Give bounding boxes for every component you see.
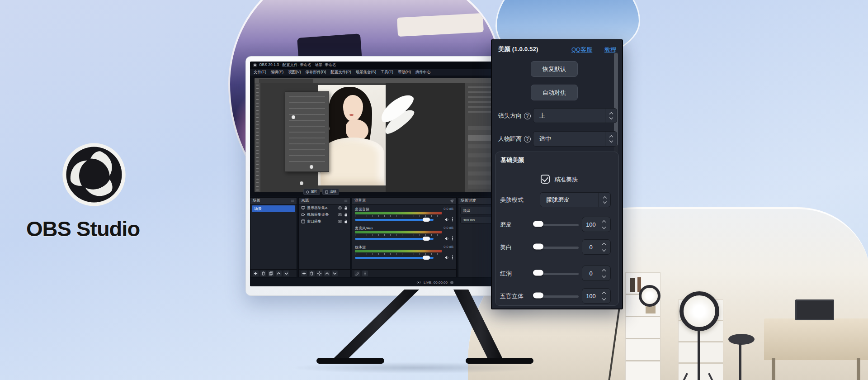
- source-row[interactable]: 视频采集设备: [299, 211, 350, 218]
- menu-edit[interactable]: 编辑(E): [271, 70, 283, 75]
- dock-menu-icon[interactable]: [291, 199, 294, 203]
- db-value: 0.0 dB: [443, 207, 453, 212]
- menu-scene-collection[interactable]: 场景集合(S): [356, 70, 376, 75]
- source-properties-button[interactable]: [316, 271, 322, 276]
- scene-down-button[interactable]: [283, 271, 289, 276]
- select-arrows-icon[interactable]: [599, 193, 610, 207]
- help-icon[interactable]: ?: [524, 136, 531, 142]
- scenes-dock: 场景 场景: [250, 197, 297, 277]
- lock-icon[interactable]: [344, 219, 348, 223]
- spinner-arrows-icon[interactable]: [599, 270, 609, 277]
- camera-source-icon: [301, 213, 305, 217]
- add-scene-button[interactable]: [253, 271, 259, 276]
- visibility-eye-icon[interactable]: [338, 213, 342, 216]
- advanced-audio-button[interactable]: [362, 271, 368, 276]
- basic-beauty-group: 基础美颜 精准美肤 美肤模式 朦胧磨皮 磨皮 100: [495, 152, 619, 306]
- spinner-arrows-icon[interactable]: [599, 243, 609, 251]
- smoothing-label: 磨皮: [500, 221, 512, 229]
- smoothing-value-box[interactable]: 100: [582, 217, 611, 232]
- visibility-eye-icon[interactable]: [338, 220, 342, 223]
- menu-file[interactable]: 文件(F): [254, 70, 266, 75]
- rosy-slider[interactable]: [538, 273, 579, 275]
- obs-menubar: 文件(F) 编辑(E) 视图(V) 停靠部件(D) 配置文件(P) 场景集合(S…: [250, 69, 526, 76]
- face-3d-slider[interactable]: [538, 295, 579, 298]
- menu-tools[interactable]: 工具(T): [381, 70, 393, 75]
- ring-light: [679, 291, 719, 331]
- person-distance-select[interactable]: 适中: [533, 131, 617, 147]
- menu-plugin-center[interactable]: 插件中心: [415, 70, 431, 75]
- skin-mode-select[interactable]: 朦胧磨皮: [540, 192, 611, 207]
- source-row[interactable]: 显示器采集A: [299, 204, 350, 211]
- select-arrows-icon[interactable]: [605, 109, 617, 123]
- speaker-icon[interactable]: [444, 218, 449, 222]
- camera-direction-select[interactable]: 上: [533, 108, 617, 123]
- slider-handle[interactable]: [533, 293, 543, 299]
- precise-skin-label: 精准美肤: [554, 176, 578, 184]
- slider-handle[interactable]: [533, 244, 543, 250]
- whitening-label: 美白: [500, 243, 512, 252]
- display-source-icon: [301, 206, 305, 210]
- spinner-arrows-icon[interactable]: [599, 221, 609, 228]
- ps-settings-dialog: [285, 91, 329, 172]
- volume-slider[interactable]: [355, 238, 434, 240]
- spinner-arrows-icon[interactable]: [599, 292, 609, 300]
- remove-source-button[interactable]: [309, 271, 315, 276]
- whitening-slider[interactable]: [538, 247, 579, 249]
- obs-window: OBS 29.1.3 - 配置文件: 未命名 - 场景: 未命名 文件(F) 编…: [250, 62, 526, 286]
- db-value: 0.0 dB: [443, 245, 453, 250]
- visibility-eye-icon[interactable]: [338, 206, 342, 209]
- duplicate-scene-button[interactable]: [268, 271, 274, 276]
- channel-options-icon[interactable]: [452, 255, 453, 260]
- whitening-value-box[interactable]: 0: [582, 239, 611, 255]
- portrait-dress: [321, 138, 384, 185]
- volume-slider[interactable]: [355, 219, 434, 221]
- speaker-icon[interactable]: [444, 237, 449, 241]
- remove-scene-button[interactable]: [260, 271, 266, 276]
- menu-help[interactable]: 帮助(H): [398, 70, 411, 75]
- autofocus-button[interactable]: 自动对焦: [531, 85, 578, 100]
- obs-preview: [250, 76, 526, 196]
- select-arrows-icon[interactable]: [605, 132, 617, 146]
- precise-skin-checkbox[interactable]: [541, 175, 550, 184]
- face-3d-value-box[interactable]: 100: [582, 288, 611, 304]
- source-row[interactable]: 窗口采集: [299, 218, 350, 225]
- monitor-stand-leg-left: [332, 290, 419, 360]
- rosy-value-box[interactable]: 0: [582, 266, 611, 281]
- gear-icon[interactable]: [450, 199, 454, 203]
- dock-menu-icon[interactable]: [344, 199, 348, 203]
- source-up-button[interactable]: [324, 271, 330, 276]
- slider-handle[interactable]: [533, 270, 543, 276]
- mixer-channel: 桌面音频0.0 dB: [355, 207, 453, 212]
- scene-up-button[interactable]: [276, 271, 282, 276]
- person-distance-label: 人物距离: [498, 135, 522, 143]
- rosy-label: 红润: [500, 270, 512, 278]
- lock-icon[interactable]: [344, 213, 348, 217]
- qq-support-link[interactable]: QQ客服: [571, 46, 592, 54]
- add-source-button[interactable]: [301, 271, 307, 276]
- smoothing-slider[interactable]: [538, 224, 579, 226]
- speaker-icon[interactable]: [444, 256, 449, 260]
- lock-icon[interactable]: [344, 206, 348, 210]
- channel-options-icon[interactable]: [452, 217, 453, 222]
- obs-titlebar: OBS 29.1.3 - 配置文件: 未命名 - 场景: 未命名: [250, 62, 526, 69]
- filters-icon: [325, 190, 328, 194]
- volume-slider[interactable]: [355, 257, 434, 259]
- channel-options-icon[interactable]: [452, 236, 453, 241]
- slider-handle[interactable]: [533, 221, 543, 227]
- restore-defaults-button[interactable]: 恢复默认: [531, 61, 578, 77]
- desk-leg: [857, 358, 860, 380]
- volume-slider-handle[interactable]: [423, 256, 430, 260]
- menu-profile[interactable]: 配置文件(P): [330, 70, 351, 75]
- studio-stool-seat: [728, 334, 755, 345]
- mixer-config-button[interactable]: [354, 271, 360, 276]
- scene-item-selected[interactable]: 场景: [252, 205, 295, 212]
- help-icon[interactable]: ?: [524, 113, 531, 119]
- menu-view[interactable]: 视图(V): [288, 70, 301, 75]
- volume-slider-handle[interactable]: [423, 237, 430, 241]
- window-source-icon: [301, 219, 305, 223]
- volume-slider-handle[interactable]: [423, 218, 430, 222]
- filters-button[interactable]: 滤镜: [322, 189, 339, 195]
- properties-button[interactable]: 属性: [303, 189, 320, 195]
- source-down-button[interactable]: [332, 271, 338, 276]
- menu-docks[interactable]: 停靠部件(D): [306, 70, 326, 75]
